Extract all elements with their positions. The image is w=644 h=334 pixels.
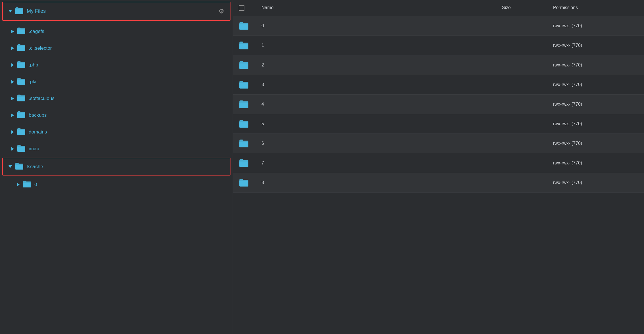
chevron-right-icon [11,147,14,151]
folder-icon [15,7,24,16]
tree-item-label: backups [29,112,47,118]
tree-item-label: .php [29,62,38,68]
table-row[interactable]: 8 rwx-rwx- (770) [233,173,644,193]
folder-icon [17,94,26,103]
table-row[interactable]: 6 rwx-rwx- (770) [233,134,644,153]
tree-list: .cagefs .cl.selector .php [0,22,233,194]
lscache-label: lscache [27,164,43,170]
row-folder-icon [239,119,261,128]
tree-item-backups[interactable]: backups [0,107,233,124]
tree-item-php[interactable]: .php [0,57,233,73]
my-files-root-item[interactable]: My Files ⚙ [2,2,230,21]
row-folder-icon [239,60,261,70]
row-name: 3 [261,82,502,87]
folder-icon [17,27,26,36]
permissions-column-header: Permissions [553,5,638,11]
row-permissions: rwx-rwx- (770) [553,102,638,107]
folder-icon [15,162,24,171]
row-name: 6 [261,141,502,146]
row-name: 2 [261,62,502,68]
row-permissions: rwx-rwx- (770) [553,62,638,68]
row-name: 0 [261,23,502,28]
table-header: Name Size Permissions [233,0,644,16]
gear-icon[interactable]: ⚙ [219,8,224,15]
my-files-root-left: My Files [9,7,46,16]
folder-icon [17,111,26,120]
table-row[interactable]: 0 rwx-rwx- (770) [233,16,644,36]
tree-item-softaculous[interactable]: .softaculous [0,90,233,107]
tree-item-domains[interactable]: domains [0,124,233,140]
chevron-down-icon [9,165,12,168]
row-permissions: rwx-rwx- (770) [553,160,638,166]
row-permissions: rwx-rwx- (770) [553,43,638,48]
table-row[interactable]: 4 rwx-rwx- (770) [233,95,644,114]
right-panel: Name Size Permissions 0 rwx-rwx- (770) 1 [233,0,644,334]
left-panel: My Files ⚙ .cagefs . [0,0,233,334]
folder-icon [17,60,26,69]
tree-item-label: .pki [29,79,36,85]
row-folder-icon [239,100,261,109]
chevron-right-icon [11,63,14,67]
chevron-right-icon [11,30,14,33]
tree-item-clselector[interactable]: .cl.selector [0,40,233,57]
tree-item-pki[interactable]: .pki [0,73,233,90]
row-folder-icon [239,80,261,89]
tree-item-label: domains [29,129,47,135]
chevron-right-icon [11,47,14,50]
table-row[interactable]: 3 rwx-rwx- (770) [233,75,644,95]
chevron-right-icon [11,80,14,84]
tree-item-lscache-child-0[interactable]: 0 [0,176,233,193]
row-permissions: rwx-rwx- (770) [553,141,638,146]
tree-item-label: .softaculous [29,96,55,101]
row-folder-icon [239,178,261,187]
row-name: 5 [261,121,502,126]
chevron-right-icon [17,183,20,186]
row-name: 1 [261,43,502,48]
row-folder-icon [239,21,261,30]
row-permissions: rwx-rwx- (770) [553,180,638,185]
chevron-down-icon[interactable] [9,10,12,12]
row-name: 4 [261,102,502,107]
tree-item-lscache[interactable]: lscache [2,158,230,176]
row-folder-icon [239,158,261,168]
row-folder-icon [239,41,261,50]
folder-icon [22,180,32,189]
row-folder-icon [239,139,261,148]
row-permissions: rwx-rwx- (770) [553,121,638,126]
table-row[interactable]: 5 rwx-rwx- (770) [233,114,644,134]
tree-item-label: .cl.selector [29,45,52,51]
name-column-header: Name [261,5,502,11]
row-permissions: rwx-rwx- (770) [553,23,638,28]
my-files-label: My Files [27,8,46,14]
folder-icon [17,44,26,53]
tree-item-cagefs[interactable]: .cagefs [0,23,233,40]
row-permissions: rwx-rwx- (770) [553,82,638,87]
table-body: 0 rwx-rwx- (770) 1 rwx-rwx- (770) 2 [233,16,644,193]
tree-item-label: 0 [34,182,37,187]
tree-item-imap[interactable]: imap [0,140,233,157]
size-column-header: Size [502,5,553,11]
table-row[interactable]: 7 rwx-rwx- (770) [233,153,644,173]
folder-icon [17,77,26,86]
row-name: 8 [261,180,502,185]
select-all-checkbox[interactable] [239,5,244,11]
tree-item-label: .cagefs [29,29,44,34]
chevron-right-icon [11,97,14,100]
chevron-right-icon [11,130,14,134]
table-row[interactable]: 2 rwx-rwx- (770) [233,55,644,75]
chevron-right-icon [11,114,14,117]
folder-icon [17,128,26,136]
tree-item-label: imap [29,146,39,152]
table-row[interactable]: 1 rwx-rwx- (770) [233,36,644,55]
checkbox-header-cell[interactable] [239,5,261,11]
folder-icon [17,144,26,153]
row-name: 7 [261,160,502,166]
